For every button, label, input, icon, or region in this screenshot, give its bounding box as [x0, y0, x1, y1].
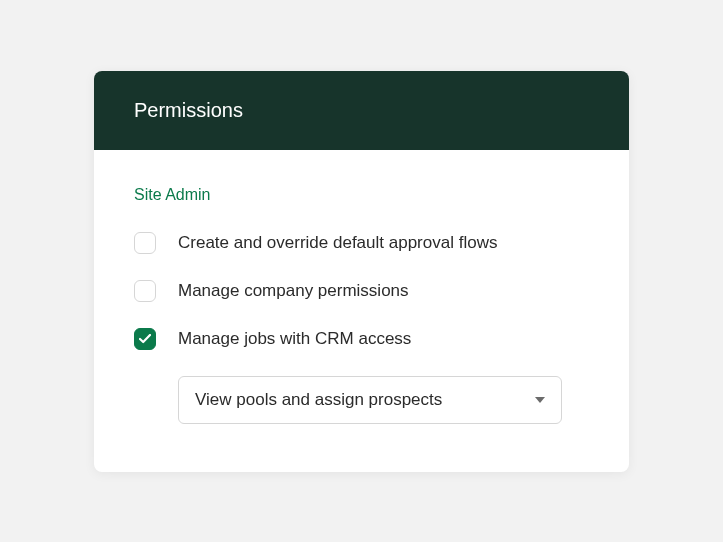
check-icon	[139, 334, 151, 344]
card-title: Permissions	[134, 99, 243, 121]
permissions-card: Permissions Site Admin Create and overri…	[94, 71, 629, 472]
checkbox-company-permissions[interactable]	[134, 280, 156, 302]
checkbox-approval-flows[interactable]	[134, 232, 156, 254]
crm-access-select[interactable]: View pools and assign prospects	[178, 376, 562, 424]
permission-label: Manage jobs with CRM access	[178, 329, 411, 349]
checkbox-crm-access[interactable]	[134, 328, 156, 350]
crm-select-wrap: View pools and assign prospects	[178, 376, 589, 424]
permission-label: Create and override default approval flo…	[178, 233, 497, 253]
permission-row-approval-flows: Create and override default approval flo…	[134, 232, 589, 254]
card-header: Permissions	[94, 71, 629, 150]
permission-row-crm-access: Manage jobs with CRM access	[134, 328, 589, 350]
card-body: Site Admin Create and override default a…	[94, 150, 629, 472]
permission-row-company-permissions: Manage company permissions	[134, 280, 589, 302]
permission-label: Manage company permissions	[178, 281, 409, 301]
section-title: Site Admin	[134, 186, 589, 204]
select-value: View pools and assign prospects	[195, 390, 442, 410]
chevron-down-icon	[535, 397, 545, 403]
